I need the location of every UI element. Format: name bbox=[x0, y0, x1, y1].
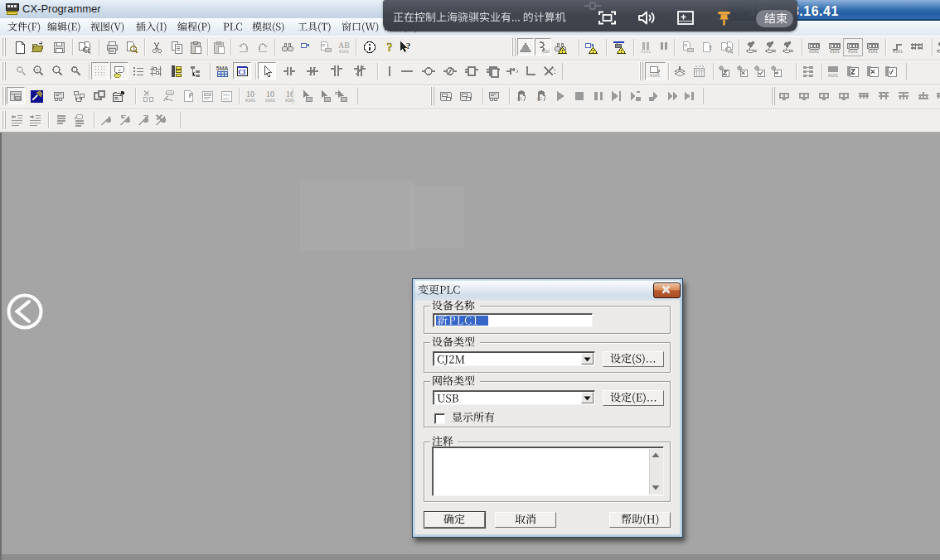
svg-text:01: 01 bbox=[537, 96, 542, 101]
svg-text:001: 001 bbox=[223, 93, 230, 97]
svg-text:0101: 0101 bbox=[830, 49, 840, 54]
svg-text:5MA: 5MA bbox=[216, 65, 229, 71]
svg-text:0101: 0101 bbox=[809, 49, 819, 54]
svg-text:0101: 0101 bbox=[166, 91, 175, 95]
svg-text:01: 01 bbox=[517, 96, 522, 101]
svg-text:x: x bbox=[36, 67, 39, 72]
svg-text:0101: 0101 bbox=[641, 49, 651, 54]
svg-text:0101: 0101 bbox=[893, 49, 903, 54]
svg-text:0101: 0101 bbox=[265, 98, 275, 103]
svg-text:0101: 0101 bbox=[339, 49, 349, 54]
svg-text:0101: 0101 bbox=[828, 73, 838, 78]
svg-text:0101: 0101 bbox=[245, 98, 255, 103]
svg-text:CI: CI bbox=[239, 69, 246, 76]
svg-text:0101: 0101 bbox=[285, 98, 295, 103]
svg-text:0101: 0101 bbox=[543, 49, 550, 54]
svg-text:0101: 0101 bbox=[868, 49, 878, 54]
svg-text:0101: 0101 bbox=[650, 73, 660, 78]
svg-text:?: ? bbox=[406, 41, 411, 51]
svg-text:?: ? bbox=[387, 41, 393, 54]
svg-text:002: 002 bbox=[223, 97, 230, 101]
